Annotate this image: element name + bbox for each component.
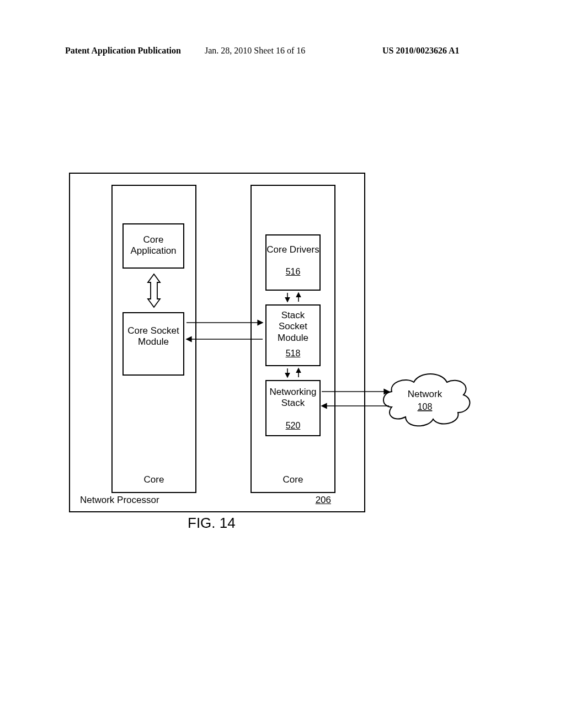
stack-socket-module-ref: 518: [286, 348, 301, 358]
figure-caption: FIG. 14: [69, 515, 496, 532]
header-left: Patent Application Publication: [65, 46, 181, 56]
cloud-title: Network: [408, 389, 443, 399]
page: Patent Application Publication Jan. 28, …: [0, 0, 565, 728]
networking-stack-box: Networking Stack 520: [265, 380, 321, 436]
networking-stack-label: Networking Stack: [269, 387, 316, 408]
core-socket-module-label: Core Socket Module: [127, 325, 179, 347]
bidir-arrow-icon: [145, 271, 163, 310]
arrow-pair-icon: [281, 367, 305, 379]
figure-caption-text: FIG. 14: [188, 515, 236, 532]
arrow-pair-icon: [281, 292, 305, 304]
figure-diagram: Network 108 Network Processor 206 Core C…: [69, 173, 496, 526]
header-right: US 2010/0023626 A1: [382, 46, 460, 56]
core-drivers-label: Core Drivers: [266, 244, 319, 255]
cloud-ref: 108: [418, 402, 433, 411]
network-processor-box: Network Processor 206 Core Core Applicat…: [69, 173, 365, 512]
core-application-label: Core Application: [130, 234, 176, 256]
horizontal-arrows-icon: [185, 316, 265, 349]
network-arrows-icon: [321, 384, 392, 415]
core-right-label: Core: [252, 474, 334, 485]
core-application-box: Core Application: [122, 223, 184, 269]
core-drivers-box: Core Drivers 516: [265, 234, 321, 291]
stack-socket-module-label: Stack Socket Module: [278, 310, 308, 343]
network-processor-ref: 206: [316, 495, 331, 506]
networking-stack-ref: 520: [286, 420, 301, 431]
core-socket-module-box: Core Socket Module: [122, 312, 184, 376]
header-middle: Jan. 28, 2010 Sheet 16 of 16: [205, 46, 305, 56]
page-header: Patent Application Publication Jan. 28, …: [0, 46, 565, 57]
core-drivers-ref: 516: [286, 266, 301, 277]
core-column-left: Core Core Application Core Socket Module: [111, 185, 196, 493]
stack-socket-module-box: Stack Socket Module 518: [265, 304, 321, 366]
network-processor-label: Network Processor: [80, 495, 159, 506]
core-left-label: Core: [113, 474, 195, 485]
